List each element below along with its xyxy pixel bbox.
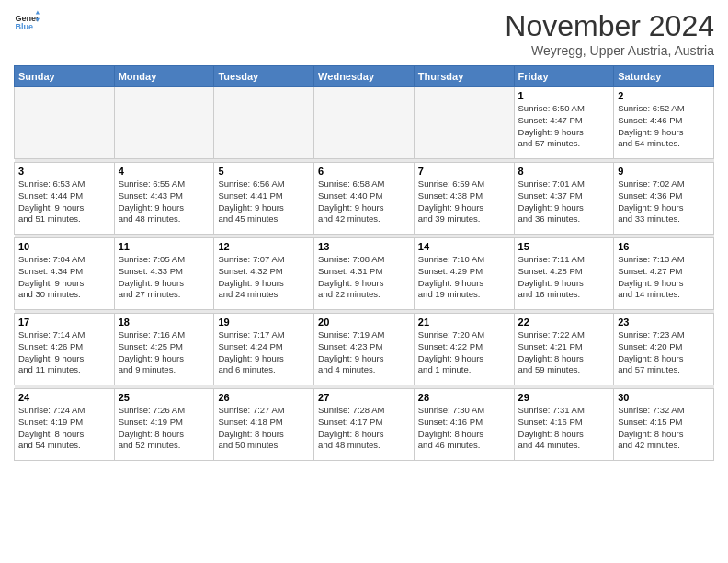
- cell-1-4: 7Sunrise: 6:59 AM Sunset: 4:38 PM Daylig…: [414, 163, 514, 235]
- cell-3-5: 22Sunrise: 7:22 AM Sunset: 4:21 PM Dayli…: [514, 314, 614, 385]
- day-info: Sunrise: 7:24 AM Sunset: 4:19 PM Dayligh…: [18, 405, 110, 452]
- svg-marker-2: [36, 10, 40, 14]
- day-number: 29: [518, 392, 610, 403]
- day-info: Sunrise: 7:22 AM Sunset: 4:21 PM Dayligh…: [518, 329, 610, 376]
- cell-4-1: 25Sunrise: 7:26 AM Sunset: 4:19 PM Dayli…: [114, 389, 214, 461]
- day-info: Sunrise: 7:04 AM Sunset: 4:34 PM Dayligh…: [18, 254, 110, 301]
- cell-2-5: 15Sunrise: 7:11 AM Sunset: 4:28 PM Dayli…: [514, 238, 614, 310]
- cell-4-6: 30Sunrise: 7:32 AM Sunset: 4:15 PM Dayli…: [614, 389, 714, 461]
- col-tuesday: Tuesday: [214, 66, 314, 87]
- day-number: 5: [218, 166, 310, 177]
- cell-3-0: 17Sunrise: 7:14 AM Sunset: 4:26 PM Dayli…: [15, 314, 115, 385]
- logo: General Blue: [14, 9, 40, 35]
- cell-4-0: 24Sunrise: 7:24 AM Sunset: 4:19 PM Dayli…: [15, 389, 115, 461]
- cell-3-4: 21Sunrise: 7:20 AM Sunset: 4:22 PM Dayli…: [414, 314, 514, 385]
- day-number: 27: [318, 392, 410, 403]
- col-thursday: Thursday: [414, 66, 514, 87]
- day-info: Sunrise: 7:01 AM Sunset: 4:37 PM Dayligh…: [518, 178, 610, 225]
- cell-4-4: 28Sunrise: 7:30 AM Sunset: 4:16 PM Dayli…: [414, 389, 514, 461]
- day-number: 9: [618, 166, 710, 177]
- cell-1-3: 6Sunrise: 6:58 AM Sunset: 4:40 PM Daylig…: [314, 163, 415, 235]
- day-number: 15: [518, 241, 610, 252]
- day-number: 17: [18, 316, 110, 327]
- cell-4-3: 27Sunrise: 7:28 AM Sunset: 4:17 PM Dayli…: [314, 389, 415, 461]
- day-number: 30: [618, 392, 710, 403]
- cell-2-1: 11Sunrise: 7:05 AM Sunset: 4:33 PM Dayli…: [114, 238, 214, 310]
- svg-text:Blue: Blue: [15, 22, 33, 31]
- day-info: Sunrise: 7:28 AM Sunset: 4:17 PM Dayligh…: [318, 405, 410, 452]
- day-number: 4: [119, 166, 210, 177]
- week-row-2: 10Sunrise: 7:04 AM Sunset: 4:34 PM Dayli…: [15, 238, 714, 310]
- col-sunday: Sunday: [15, 66, 115, 87]
- cell-0-3: [314, 87, 415, 159]
- day-info: Sunrise: 7:10 AM Sunset: 4:29 PM Dayligh…: [418, 254, 510, 301]
- day-number: 28: [418, 392, 510, 403]
- day-info: Sunrise: 6:53 AM Sunset: 4:44 PM Dayligh…: [18, 178, 110, 225]
- day-info: Sunrise: 6:56 AM Sunset: 4:41 PM Dayligh…: [218, 178, 310, 225]
- cell-0-6: 2Sunrise: 6:52 AM Sunset: 4:46 PM Daylig…: [614, 87, 714, 159]
- cell-1-0: 3Sunrise: 6:53 AM Sunset: 4:44 PM Daylig…: [15, 163, 115, 235]
- day-number: 13: [318, 241, 410, 252]
- day-info: Sunrise: 6:52 AM Sunset: 4:46 PM Dayligh…: [618, 103, 710, 150]
- day-number: 22: [518, 316, 610, 327]
- header: General Blue November 2024 Weyregg, Uppe…: [14, 9, 714, 58]
- day-info: Sunrise: 7:32 AM Sunset: 4:15 PM Dayligh…: [618, 405, 710, 452]
- cell-4-5: 29Sunrise: 7:31 AM Sunset: 4:16 PM Dayli…: [514, 389, 614, 461]
- month-title: November 2024: [505, 9, 714, 43]
- cell-0-5: 1Sunrise: 6:50 AM Sunset: 4:47 PM Daylig…: [514, 87, 614, 159]
- col-wednesday: Wednesday: [314, 66, 415, 87]
- day-info: Sunrise: 7:19 AM Sunset: 4:23 PM Dayligh…: [318, 329, 410, 376]
- cell-0-4: [414, 87, 514, 159]
- page: General Blue November 2024 Weyregg, Uppe…: [0, 0, 728, 563]
- cell-0-0: [15, 87, 115, 159]
- cell-1-5: 8Sunrise: 7:01 AM Sunset: 4:37 PM Daylig…: [514, 163, 614, 235]
- day-info: Sunrise: 7:30 AM Sunset: 4:16 PM Dayligh…: [418, 405, 510, 452]
- cell-2-2: 12Sunrise: 7:07 AM Sunset: 4:32 PM Dayli…: [214, 238, 314, 310]
- day-number: 11: [119, 241, 210, 252]
- day-number: 16: [618, 241, 710, 252]
- day-number: 24: [18, 392, 110, 403]
- day-number: 8: [518, 166, 610, 177]
- day-number: 23: [618, 316, 710, 327]
- day-info: Sunrise: 7:17 AM Sunset: 4:24 PM Dayligh…: [218, 329, 310, 376]
- cell-4-2: 26Sunrise: 7:27 AM Sunset: 4:18 PM Dayli…: [214, 389, 314, 461]
- day-number: 12: [218, 241, 310, 252]
- day-info: Sunrise: 7:20 AM Sunset: 4:22 PM Dayligh…: [418, 329, 510, 376]
- cell-3-3: 20Sunrise: 7:19 AM Sunset: 4:23 PM Dayli…: [314, 314, 415, 385]
- day-info: Sunrise: 6:55 AM Sunset: 4:43 PM Dayligh…: [119, 178, 210, 225]
- day-number: 2: [618, 90, 710, 101]
- day-number: 3: [18, 166, 110, 177]
- col-monday: Monday: [114, 66, 214, 87]
- day-info: Sunrise: 6:58 AM Sunset: 4:40 PM Dayligh…: [318, 178, 410, 225]
- day-number: 21: [418, 316, 510, 327]
- title-area: November 2024 Weyregg, Upper Austria, Au…: [505, 9, 714, 58]
- day-info: Sunrise: 7:11 AM Sunset: 4:28 PM Dayligh…: [518, 254, 610, 301]
- day-number: 20: [318, 316, 410, 327]
- col-saturday: Saturday: [614, 66, 714, 87]
- week-row-3: 17Sunrise: 7:14 AM Sunset: 4:26 PM Dayli…: [15, 314, 714, 385]
- svg-text:General: General: [15, 14, 40, 23]
- cell-3-2: 19Sunrise: 7:17 AM Sunset: 4:24 PM Dayli…: [214, 314, 314, 385]
- day-info: Sunrise: 7:27 AM Sunset: 4:18 PM Dayligh…: [218, 405, 310, 452]
- day-info: Sunrise: 7:05 AM Sunset: 4:33 PM Dayligh…: [119, 254, 210, 301]
- day-info: Sunrise: 7:16 AM Sunset: 4:25 PM Dayligh…: [119, 329, 210, 376]
- day-info: Sunrise: 6:59 AM Sunset: 4:38 PM Dayligh…: [418, 178, 510, 225]
- day-info: Sunrise: 7:07 AM Sunset: 4:32 PM Dayligh…: [218, 254, 310, 301]
- calendar-table: Sunday Monday Tuesday Wednesday Thursday…: [14, 65, 714, 461]
- cell-0-2: [214, 87, 314, 159]
- day-number: 26: [218, 392, 310, 403]
- day-number: 1: [518, 90, 610, 101]
- cell-1-1: 4Sunrise: 6:55 AM Sunset: 4:43 PM Daylig…: [114, 163, 214, 235]
- cell-2-0: 10Sunrise: 7:04 AM Sunset: 4:34 PM Dayli…: [15, 238, 115, 310]
- week-row-1: 3Sunrise: 6:53 AM Sunset: 4:44 PM Daylig…: [15, 163, 714, 235]
- day-info: Sunrise: 7:02 AM Sunset: 4:36 PM Dayligh…: [618, 178, 710, 225]
- cell-0-1: [114, 87, 214, 159]
- header-row: Sunday Monday Tuesday Wednesday Thursday…: [15, 66, 714, 87]
- day-info: Sunrise: 7:14 AM Sunset: 4:26 PM Dayligh…: [18, 329, 110, 376]
- day-number: 19: [218, 316, 310, 327]
- day-info: Sunrise: 7:13 AM Sunset: 4:27 PM Dayligh…: [618, 254, 710, 301]
- cell-1-6: 9Sunrise: 7:02 AM Sunset: 4:36 PM Daylig…: [614, 163, 714, 235]
- day-info: Sunrise: 7:23 AM Sunset: 4:20 PM Dayligh…: [618, 329, 710, 376]
- location: Weyregg, Upper Austria, Austria: [505, 43, 714, 58]
- day-number: 10: [18, 241, 110, 252]
